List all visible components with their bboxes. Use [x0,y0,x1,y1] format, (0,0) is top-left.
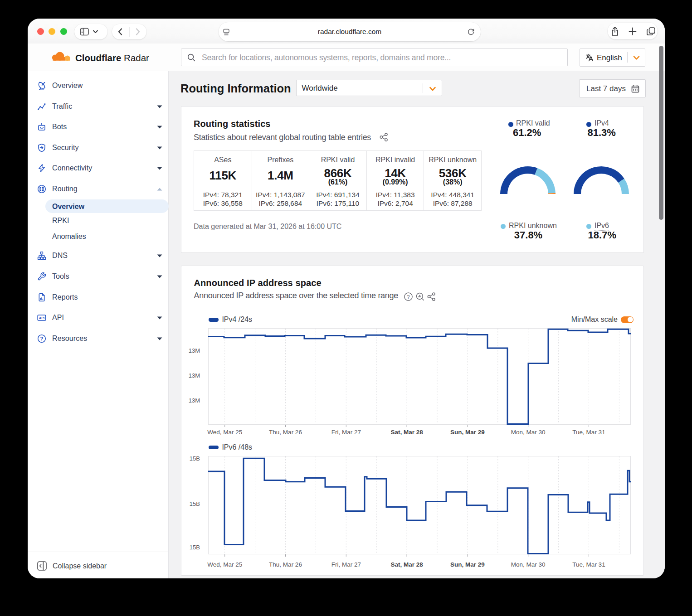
svg-text:?: ? [40,336,43,341]
svg-text:?: ? [407,294,409,299]
svg-text:API: API [39,316,44,320]
